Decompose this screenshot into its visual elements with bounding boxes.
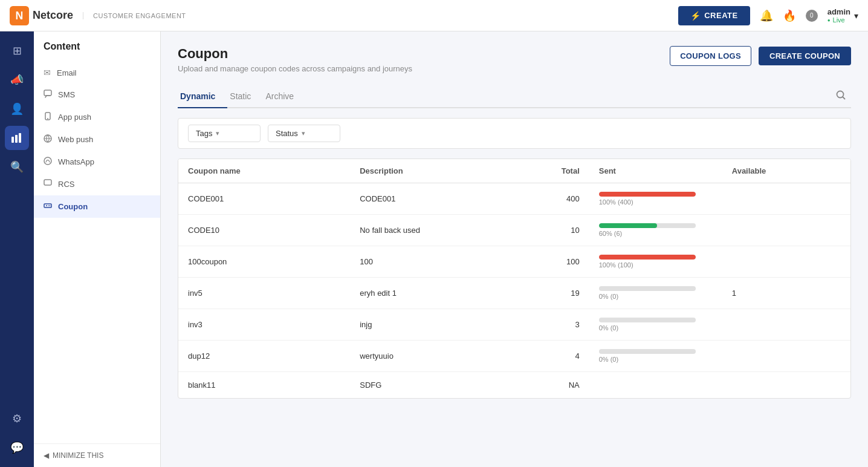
nav-sidebar-title: Content <box>34 41 160 62</box>
tags-label: Tags <box>196 129 212 138</box>
sidebar-item-sms-label: SMS <box>58 90 75 99</box>
progress-bar-bg <box>599 286 696 291</box>
cell-available <box>722 246 850 278</box>
cell-sent: 0% (0) <box>589 278 722 309</box>
zero-badge[interactable]: 0 <box>806 10 818 22</box>
cell-description: CODE001 <box>350 183 541 215</box>
nav-sidebar: Content ✉ Email SMS App push Web push <box>34 31 161 467</box>
fire-button[interactable]: 🔥 <box>783 9 796 22</box>
cell-available <box>722 372 850 399</box>
table-row[interactable]: 100coupon100100100% (100) <box>178 246 850 278</box>
table-row[interactable]: dup12wertyuuio40% (0) <box>178 341 850 372</box>
sidebar-icon-help[interactable]: 💬 <box>5 436 29 460</box>
sidebar-icon-users[interactable]: 👤 <box>5 97 29 121</box>
cell-total: 4 <box>541 341 589 372</box>
cell-total: 3 <box>541 309 589 341</box>
fire-icon: 🔥 <box>783 10 796 22</box>
bell-icon: 🔔 <box>760 10 773 22</box>
table: Coupon name Description Total Sent Avail… <box>178 159 850 398</box>
cell-coupon-name: dup12 <box>178 341 350 372</box>
sms-icon <box>44 90 52 100</box>
table-row[interactable]: inv3injg30% (0) <box>178 309 850 341</box>
status-filter[interactable]: Status ▾ <box>268 125 340 142</box>
col-description: Description <box>350 159 541 183</box>
sidebar-item-whatsapp[interactable]: WhatsApp <box>34 151 160 173</box>
body-wrap: ⊞ 📣 👤 🔍 ⚙ 💬 Content ✉ Email SMS <box>0 31 868 467</box>
sidebar-icon-settings[interactable]: ⚙ <box>5 407 29 431</box>
sidebar-item-rcs[interactable]: RCS <box>34 173 160 195</box>
cell-total: 100 <box>541 246 589 278</box>
svg-point-11 <box>46 205 47 206</box>
progress-bar-wrap: 100% (100) <box>599 255 713 269</box>
cell-coupon-name: CODE10 <box>178 215 350 246</box>
sidebar-icon-megaphone[interactable]: 📣 <box>5 68 29 92</box>
svg-point-7 <box>47 118 48 119</box>
tab-static[interactable]: Static <box>227 85 263 108</box>
sidebar-item-email-label: Email <box>57 68 77 77</box>
tab-archive[interactable]: Archive <box>263 85 306 108</box>
status-label: Status <box>276 129 298 138</box>
progress-bar-wrap: 60% (6) <box>599 223 713 237</box>
sidebar-item-rcs-label: RCS <box>58 180 74 189</box>
coupon-logs-button[interactable]: COUPON LOGS <box>670 46 751 66</box>
cell-description: wertyuuio <box>350 341 541 372</box>
tab-dynamic[interactable]: Dynamic <box>178 85 227 108</box>
header-right: ⚡ CREATE 🔔 🔥 0 admin Live ▾ <box>678 6 858 25</box>
progress-label: 0% (0) <box>599 324 713 331</box>
svg-rect-2 <box>11 137 14 143</box>
tags-filter[interactable]: Tags ▾ <box>188 125 261 142</box>
sidebar-item-webpush[interactable]: Web push <box>34 128 160 151</box>
progress-bar-bg <box>599 255 696 260</box>
minimize-button[interactable]: ◀ MINIMIZE THIS <box>34 443 160 467</box>
coupon-icon <box>44 201 52 212</box>
sidebar-item-coupon[interactable]: Coupon <box>34 195 160 218</box>
tabs: Dynamic Static Archive <box>178 85 851 108</box>
svg-rect-3 <box>15 135 18 143</box>
sidebar-icon-grid[interactable]: ⊞ <box>5 39 29 63</box>
icon-sidebar-bottom: ⚙ 💬 <box>5 407 29 467</box>
admin-name: admin <box>828 7 850 16</box>
search-icon-button[interactable] <box>831 85 851 107</box>
cell-description: SDFG <box>350 372 541 399</box>
progress-label: 0% (0) <box>599 356 713 363</box>
table-row[interactable]: CODE10No fall back used1060% (6) <box>178 215 850 246</box>
chevron-left-icon: ◀ <box>44 451 49 460</box>
svg-rect-4 <box>19 133 21 143</box>
create-button[interactable]: ⚡ CREATE <box>678 6 750 25</box>
cell-sent: 0% (0) <box>589 309 722 341</box>
cell-coupon-name: blank11 <box>178 372 350 399</box>
progress-bar-wrap: 100% (400) <box>599 192 713 206</box>
admin-section[interactable]: admin Live ▾ <box>828 7 858 24</box>
logo[interactable]: N Netcore <box>10 6 73 25</box>
table-row[interactable]: blank11SDFGNA <box>178 372 850 399</box>
sidebar-item-sms[interactable]: SMS <box>34 83 160 106</box>
sidebar-item-email[interactable]: ✉ Email <box>34 62 160 83</box>
cell-coupon-name: inv5 <box>178 278 350 309</box>
col-total: Total <box>541 159 589 183</box>
cell-description: No fall back used <box>350 215 541 246</box>
sidebar-icon-chart[interactable] <box>5 126 29 150</box>
tags-chevron-icon: ▾ <box>216 129 219 137</box>
page-title-section: Coupon Upload and manage coupon codes ac… <box>178 46 412 73</box>
cell-available <box>722 309 850 341</box>
notifications-button[interactable]: 🔔 <box>760 9 773 22</box>
create-coupon-button[interactable]: CREATE COUPON <box>759 47 851 65</box>
progress-bar-fill <box>599 192 696 197</box>
cell-total: 400 <box>541 183 589 215</box>
page-title: Coupon <box>178 46 412 62</box>
cell-description: 100 <box>350 246 541 278</box>
email-icon: ✉ <box>44 68 51 77</box>
svg-text:N: N <box>16 9 24 21</box>
table-row[interactable]: inv5eryh edit 1190% (0)1 <box>178 278 850 309</box>
progress-bar-bg <box>599 349 696 354</box>
progress-bar-bg <box>599 318 696 322</box>
progress-bar-bg <box>599 192 696 197</box>
sidebar-icon-search[interactable]: 🔍 <box>5 155 29 179</box>
page-subtitle: Upload and manage coupon codes across ca… <box>178 64 412 73</box>
chevron-down-icon: ▾ <box>854 11 858 21</box>
cell-description: injg <box>350 309 541 341</box>
table-row[interactable]: CODE001CODE001400100% (400) <box>178 183 850 215</box>
sidebar-item-apppush[interactable]: App push <box>34 106 160 128</box>
cell-available <box>722 183 850 215</box>
cell-sent <box>589 372 722 399</box>
